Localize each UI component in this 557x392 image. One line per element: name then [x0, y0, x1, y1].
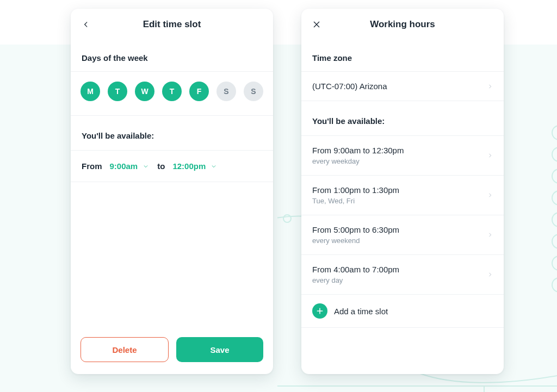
from-keyword: From [82, 161, 102, 171]
time-range-row: From 9:00am to 12:00pm [71, 151, 273, 182]
time-slot-row[interactable]: From 5:00pm to 6:30pm every weekend [301, 215, 504, 255]
back-button[interactable] [78, 17, 94, 32]
days-of-week-label: Days of the week [71, 40, 273, 72]
panel-title: Working hours [370, 19, 435, 30]
time-slot-row[interactable]: From 1:00pm to 1:30pm Tue, Wed, Fri [301, 176, 504, 215]
add-time-slot-button[interactable]: Add a time slot [301, 295, 504, 328]
chevron-left-icon [82, 21, 90, 28]
chevron-down-icon [142, 164, 150, 169]
working-hours-panel: Working hours Time zone (UTC-07:00) Ariz… [301, 9, 504, 374]
day-toggle-tue[interactable]: T [108, 82, 127, 101]
slot-detail: every day [312, 276, 399, 284]
delete-button[interactable]: Delete [81, 337, 169, 362]
plus-icon [312, 303, 327, 319]
day-toggle-thu[interactable]: T [162, 82, 182, 101]
day-toggle-sat[interactable]: S [216, 82, 236, 101]
close-icon [312, 20, 321, 29]
slot-range: From 9:00am to 12:30pm [312, 146, 404, 155]
slot-range: From 5:00pm to 6:30pm [312, 225, 399, 234]
chevron-right-icon [487, 270, 493, 279]
from-time-value: 9:00am [110, 161, 138, 171]
panel-header: Working hours [301, 9, 504, 40]
to-keyword: to [157, 161, 165, 171]
slot-range: From 1:00pm to 1:30pm [312, 185, 399, 195]
day-toggle-wed[interactable]: W [135, 82, 154, 101]
time-slot-row[interactable]: From 4:00am to 7:00pm every day [301, 255, 504, 295]
panel-title: Edit time slot [143, 19, 201, 30]
timezone-label: Time zone [301, 40, 504, 72]
slot-range: From 4:00am to 7:00pm [312, 265, 399, 274]
slot-detail: every weekend [312, 237, 399, 245]
day-toggle-fri[interactable]: F [189, 82, 209, 101]
day-toggle-mon[interactable]: M [81, 82, 100, 101]
slot-detail: every weekday [312, 157, 404, 165]
day-toggle-sun[interactable]: S [244, 82, 263, 101]
edit-time-slot-panel: Edit time slot Days of the week M T W T … [71, 9, 273, 374]
chevron-right-icon [487, 231, 493, 239]
save-button[interactable]: Save [176, 337, 263, 362]
days-of-week-picker: M T W T F S S [71, 72, 273, 116]
available-label: You'll be available: [71, 116, 273, 151]
chevron-right-icon [487, 82, 493, 91]
panel-header: Edit time slot [71, 9, 273, 40]
close-button[interactable] [309, 17, 324, 32]
time-slot-row[interactable]: From 9:00am to 12:30pm every weekday [301, 136, 504, 176]
to-time-value: 12:00pm [172, 161, 206, 171]
add-time-slot-label: Add a time slot [334, 307, 388, 316]
timezone-value: (UTC-07:00) Arizona [312, 82, 387, 91]
available-label: You'll be available: [301, 101, 504, 136]
chevron-down-icon [210, 164, 218, 169]
from-time-picker[interactable]: 9:00am [110, 161, 150, 171]
slot-detail: Tue, Wed, Fri [312, 197, 399, 205]
footer-actions: Delete Save [71, 327, 273, 374]
timezone-row[interactable]: (UTC-07:00) Arizona [301, 72, 504, 101]
chevron-right-icon [487, 151, 493, 160]
to-time-picker[interactable]: 12:00pm [172, 161, 218, 171]
chevron-right-icon [487, 191, 493, 200]
